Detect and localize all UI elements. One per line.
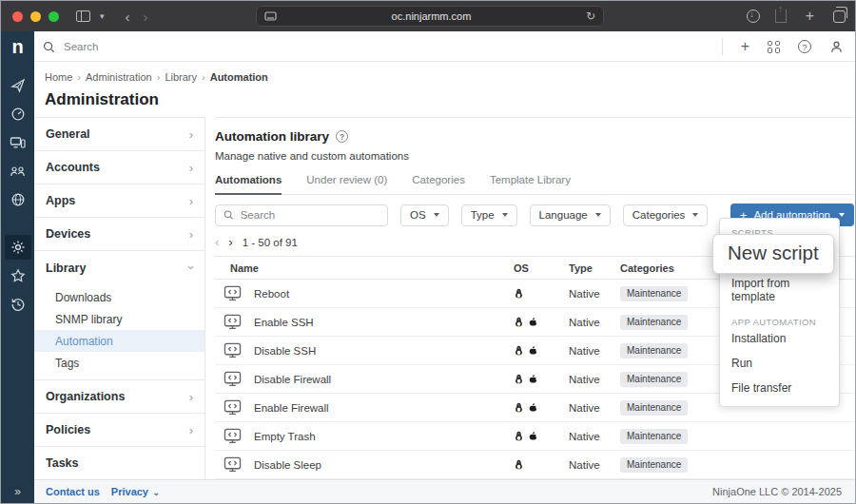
new-script-callout[interactable]: New script — [712, 234, 834, 274]
getting-started-icon[interactable] — [5, 73, 31, 98]
os-cell — [514, 430, 569, 442]
favorites-icon[interactable] — [5, 263, 31, 288]
automation-name[interactable]: Reboot — [254, 288, 289, 300]
downloads-icon[interactable] — [747, 10, 760, 23]
automation-name[interactable]: Empty Trash — [254, 431, 316, 442]
table-search-input[interactable] — [241, 209, 379, 221]
table-row[interactable]: Disable SleepNativeMaintenance — [215, 451, 854, 479]
next-page-icon[interactable]: › — [228, 235, 232, 249]
new-tab-icon[interactable]: + — [802, 7, 818, 26]
sidebar-item-organizations[interactable]: Organizations — [34, 380, 204, 414]
tab-template-library[interactable]: Template Library — [490, 174, 571, 194]
contact-us-link[interactable]: Contact us — [46, 486, 100, 497]
menu-item-run[interactable]: Run — [720, 351, 839, 376]
sidebar-item-label: Devices — [46, 227, 90, 241]
script-automation-icon — [224, 428, 242, 444]
network-icon[interactable] — [5, 159, 31, 184]
tab-overview-icon[interactable] — [833, 10, 846, 23]
caret-down-icon — [595, 213, 601, 217]
close-window-button[interactable] — [12, 11, 23, 22]
remote-tools-icon[interactable] — [5, 187, 31, 212]
sidebar-item-apps[interactable]: Apps — [34, 184, 204, 218]
tab-under-review[interactable]: Under review (0) — [306, 174, 387, 194]
expand-rail-icon[interactable]: » — [1, 479, 34, 503]
apps-grid-icon[interactable] — [768, 41, 780, 53]
sidebar-item-automation[interactable]: Automation — [34, 330, 204, 352]
dropdown-label: Categories — [632, 209, 686, 221]
sidebar-item-accounts[interactable]: Accounts — [34, 151, 204, 184]
category-badge: Maintenance — [620, 400, 688, 416]
ninjaone-logo[interactable]: n — [1, 31, 34, 62]
column-header-os[interactable]: OS — [514, 262, 569, 274]
menu-item-installation[interactable]: Installation — [720, 330, 839, 351]
sidebar-item-tasks[interactable]: Tasks — [34, 447, 204, 479]
script-automation-icon — [224, 342, 242, 359]
previous-page-icon[interactable]: ‹ — [215, 235, 219, 249]
tab-automations[interactable]: Automations — [215, 174, 282, 195]
sidebar-item-label: Accounts — [46, 161, 100, 174]
table-search[interactable] — [215, 204, 388, 226]
quick-add-icon[interactable]: + — [741, 38, 749, 55]
sidebar-item-library[interactable]: Library — [34, 251, 204, 284]
categories-filter-dropdown[interactable]: Categories — [623, 204, 709, 226]
sidebar-item-policies[interactable]: Policies — [34, 414, 204, 447]
chevron-down-icon[interactable]: ▾ — [96, 10, 108, 23]
user-account-icon[interactable] — [829, 40, 844, 54]
category-badge: Maintenance — [620, 343, 688, 359]
administration-icon[interactable] — [5, 235, 31, 260]
help-icon[interactable]: ? — [798, 40, 811, 53]
tab-categories[interactable]: Categories — [412, 174, 465, 194]
back-button[interactable]: ‹ — [122, 8, 134, 26]
section-help-icon[interactable]: ? — [336, 130, 348, 143]
os-cell — [514, 373, 569, 385]
os-cell — [514, 458, 569, 471]
menu-item-import-from-template[interactable]: Import from template — [720, 271, 839, 309]
chevron-right-icon — [189, 127, 193, 142]
table-row[interactable]: Empty TrashNativeMaintenance — [215, 422, 854, 451]
os-cell — [514, 316, 569, 328]
breadcrumb-home[interactable]: Home — [45, 71, 72, 83]
type-cell: Native — [569, 402, 620, 414]
automation-name[interactable]: Disable Sleep — [254, 459, 321, 471]
automation-name[interactable]: Enable Firewall — [254, 402, 329, 414]
sidebar-item-snmp-library[interactable]: SNMP library — [34, 308, 204, 330]
automation-name[interactable]: Enable SSH — [254, 317, 314, 328]
category-badge: Maintenance — [620, 286, 688, 301]
minimize-window-button[interactable] — [30, 11, 41, 22]
reload-icon[interactable]: ↻ — [586, 10, 595, 23]
sidebar-item-devices[interactable]: Devices — [34, 218, 204, 251]
caret-down-icon — [692, 213, 698, 217]
sidebar-item-general[interactable]: General — [34, 118, 204, 151]
os-filter-dropdown[interactable]: OS — [400, 204, 449, 226]
column-header-type[interactable]: Type — [569, 262, 620, 274]
breadcrumb-library[interactable]: Library — [165, 71, 197, 83]
devices-icon[interactable] — [5, 130, 31, 155]
maximize-window-button[interactable] — [49, 11, 59, 22]
share-icon[interactable] — [775, 10, 787, 23]
privacy-link[interactable]: Privacy⌄ — [111, 486, 161, 497]
column-header-name[interactable]: Name — [215, 262, 514, 274]
pagination-range: 1 - 50 of 91 — [243, 237, 298, 248]
sidebar-item-label: Policies — [46, 423, 90, 436]
section-subtitle: Manage native and custom automations — [215, 150, 854, 162]
global-search[interactable]: Search — [43, 31, 98, 62]
sidebar-item-downloads[interactable]: Downloads — [34, 286, 204, 308]
forward-button[interactable]: › — [140, 8, 152, 26]
recent-history-icon[interactable] — [5, 292, 31, 317]
automation-name[interactable]: Disable SSH — [254, 345, 316, 357]
type-filter-dropdown[interactable]: Type — [461, 204, 517, 226]
linux-os-icon — [514, 287, 524, 300]
sidebar-item-label: Library — [46, 262, 86, 275]
linux-os-icon — [514, 316, 524, 328]
type-cell: Native — [569, 374, 620, 385]
breadcrumb-administration[interactable]: Administration — [86, 71, 152, 83]
admin-sidebar: General Accounts Apps Devices Library Do… — [34, 117, 205, 479]
menu-item-file-transfer[interactable]: File transfer — [720, 376, 839, 400]
automation-name[interactable]: Disable Firewall — [254, 374, 331, 385]
script-automation-icon — [224, 285, 242, 301]
sidebar-item-tags[interactable]: Tags — [34, 352, 204, 374]
language-filter-dropdown[interactable]: Language — [530, 204, 611, 226]
address-bar[interactable]: oc.ninjarmm.com ↻ — [256, 6, 604, 27]
dashboard-icon[interactable] — [5, 102, 31, 126]
sidebar-toggle-icon[interactable] — [76, 10, 90, 22]
